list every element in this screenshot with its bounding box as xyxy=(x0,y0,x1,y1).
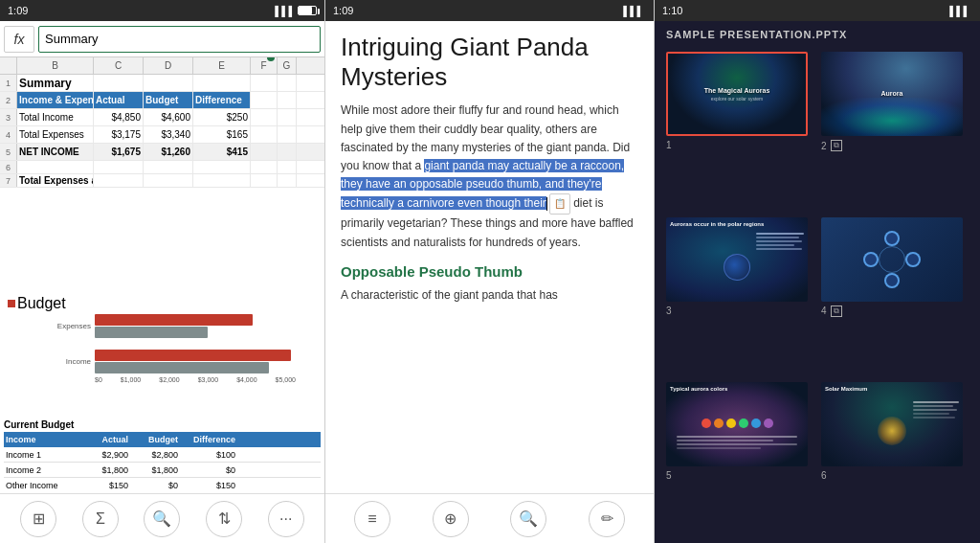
bar-income-budget xyxy=(95,350,291,361)
col-header-f: F xyxy=(251,57,278,74)
budget-col-actual: Actual xyxy=(80,432,130,447)
excel-toolbar-sort-btn[interactable]: ⇅ xyxy=(206,501,242,537)
budget-col-diff: Difference xyxy=(180,432,237,447)
cell-net-income-actual: $1,675 xyxy=(94,144,144,160)
chart-area: Budget Expenses Income xyxy=(0,293,324,418)
word-doc-title: Intriguing Giant Panda Mysteries xyxy=(341,33,638,92)
x-label-0: $0 xyxy=(95,376,102,383)
slide-5-colors xyxy=(702,419,773,428)
table-row: 6 xyxy=(0,161,324,174)
word-heading2: Opposable Pseudo Thumb xyxy=(341,261,638,283)
table-row: 4 Total Expenses $3,175 $3,340 $165 xyxy=(0,126,324,144)
excel-toolbar-more-btn[interactable]: ··· xyxy=(268,501,304,537)
excel-status-bar: 1:09 ▐▐▐ xyxy=(0,0,324,21)
word-toolbar-search-btn[interactable]: 🔍 xyxy=(510,501,546,537)
slide-overlay-2: Aurora xyxy=(821,52,963,136)
signal-icon: ▐▐▐ xyxy=(272,6,292,16)
table-row: 7 Total Expenses and Income xyxy=(0,174,324,188)
slide-item-3: Auroras occur in the polar regions 3 xyxy=(666,217,813,375)
color-red xyxy=(702,419,711,428)
slide-6-text xyxy=(913,401,959,419)
slide-1-sub: explore our solar system xyxy=(711,96,763,102)
battery-icon xyxy=(298,6,317,15)
word-toolbar-comments-btn[interactable]: ≡ xyxy=(354,501,390,537)
slide-thumb-2[interactable]: Aurora xyxy=(821,52,963,136)
col-headers: B C D E F G xyxy=(0,57,324,75)
cell-total-income-diff: $250 xyxy=(193,109,251,125)
slide-thumb-5[interactable]: Typical aurora colors xyxy=(666,382,808,466)
slide-item-1: The Magical Auroras explore our solar sy… xyxy=(666,52,813,210)
col-header-c: C xyxy=(94,57,144,74)
slide-5-title: Typical aurora colors xyxy=(670,386,804,392)
word-signal-icon: ▐▐▐ xyxy=(620,6,640,16)
slide-thumb-1[interactable]: The Magical Auroras explore our solar sy… xyxy=(666,52,808,136)
word-toolbar-edit-btn[interactable]: ✏ xyxy=(589,501,625,537)
slide-4-num: 4 ⧉ xyxy=(821,305,969,317)
budget-col-income: Income xyxy=(4,432,80,447)
word-toolbar: ≡ ⊕ 🔍 ✏ xyxy=(325,493,654,543)
word-body2: A characteristic of the giant panda that… xyxy=(341,286,638,305)
cell-total-income-budget: $4,600 xyxy=(144,109,193,125)
x-label-2: $2,000 xyxy=(159,376,179,383)
slide-item-4: 4 ⧉ xyxy=(821,217,969,375)
slide-6-sun xyxy=(878,417,906,445)
budget-table-header: Income Actual Budget Difference xyxy=(4,432,321,447)
budget-section-title: Current Budget xyxy=(4,419,321,432)
bar-expenses-budget xyxy=(95,314,253,326)
cell-total-income-actual: $4,850 xyxy=(94,109,144,125)
legend-budget-color xyxy=(8,300,15,307)
table-row: 1 Summary xyxy=(0,75,324,92)
word-toolbar-insert-btn[interactable]: ⊕ xyxy=(433,501,469,537)
slide-thumb-4[interactable] xyxy=(821,217,963,302)
slide-overlay-4 xyxy=(821,217,963,302)
slide-6-title: Solar Maximum xyxy=(825,386,959,392)
cell-total-expenses-budget: $3,340 xyxy=(144,126,193,143)
col-difference: Difference xyxy=(193,92,251,108)
cell-net-income-budget: $1,260 xyxy=(144,144,193,160)
slide-overlay-6: Solar Maximum xyxy=(821,382,963,466)
col-header-b: B xyxy=(17,57,94,74)
ppt-signal-icon: ▐▐▐ xyxy=(947,6,967,16)
excel-toolbar: ⊞ Σ 🔍 ⇅ ··· xyxy=(0,493,324,543)
color-purple xyxy=(764,419,773,428)
spreadsheet-area: B C D E F G 1 Summary 2 Income & Expense… xyxy=(0,57,324,293)
word-panel: 1:09 ▐▐▐ Intriguing Giant Panda Mysterie… xyxy=(325,0,655,543)
slide-6-num: 6 xyxy=(821,470,969,481)
slide-item-2: Aurora 2 ⧉ xyxy=(821,52,969,210)
cell-total-expenses-label: Total Expenses xyxy=(17,126,94,143)
cell-summary[interactable]: Summary xyxy=(17,75,94,91)
slide-3-globe xyxy=(724,254,750,281)
legend-budget: Budget xyxy=(8,295,66,312)
paste-popup[interactable]: 📋 xyxy=(549,193,570,215)
excel-toolbar-search-btn[interactable]: 🔍 xyxy=(144,501,180,537)
col-budget: Budget xyxy=(144,92,193,108)
slide-thumb-3[interactable]: Auroras occur in the polar regions xyxy=(666,217,808,302)
ppt-time: 1:10 xyxy=(662,5,682,16)
slide-overlay-3: Auroras occur in the polar regions xyxy=(666,217,808,302)
slide-2-num: 2 ⧉ xyxy=(821,140,969,151)
slide-2-title: Aurora xyxy=(881,90,903,97)
slide-1-title: The Magical Auroras xyxy=(704,87,770,94)
legend-budget-label: Budget xyxy=(17,295,66,312)
excel-time: 1:09 xyxy=(8,5,28,16)
word-body-text: While most adore their fluffy fur and ro… xyxy=(341,102,638,251)
col-income-expenses: Income & Expenses xyxy=(17,92,94,108)
slide-2-copy-icon: ⧉ xyxy=(831,140,842,151)
chart-section-title: Total Expenses and Income xyxy=(17,174,94,187)
table-row: Other Income $150 $0 $150 xyxy=(4,478,321,493)
slide-4-copy-icon: ⧉ xyxy=(831,305,842,317)
table-row: Income 1 $2,900 $2,800 $100 xyxy=(4,447,321,463)
cell-total-income-label: Total Income xyxy=(17,109,94,125)
slide-thumb-6[interactable]: Solar Maximum xyxy=(821,382,963,466)
excel-toolbar-sum-btn[interactable]: Σ xyxy=(82,501,119,537)
color-orange xyxy=(714,419,724,428)
budget-row2-label: Income 2 xyxy=(4,463,80,477)
excel-toolbar-sheets-btn[interactable]: ⊞ xyxy=(20,501,56,537)
x-label-1: $1,000 xyxy=(121,376,141,383)
table-row: 5 NET INCOME $1,675 $1,260 $415 xyxy=(0,144,324,161)
slide-3-num: 3 xyxy=(666,305,813,316)
formula-input[interactable] xyxy=(38,26,321,53)
cell-net-income-label: NET INCOME xyxy=(17,144,94,160)
budget-col-budget: Budget xyxy=(130,432,180,447)
excel-panel: 1:09 ▐▐▐ fx B C D E F G 1 Summary xyxy=(0,0,325,543)
